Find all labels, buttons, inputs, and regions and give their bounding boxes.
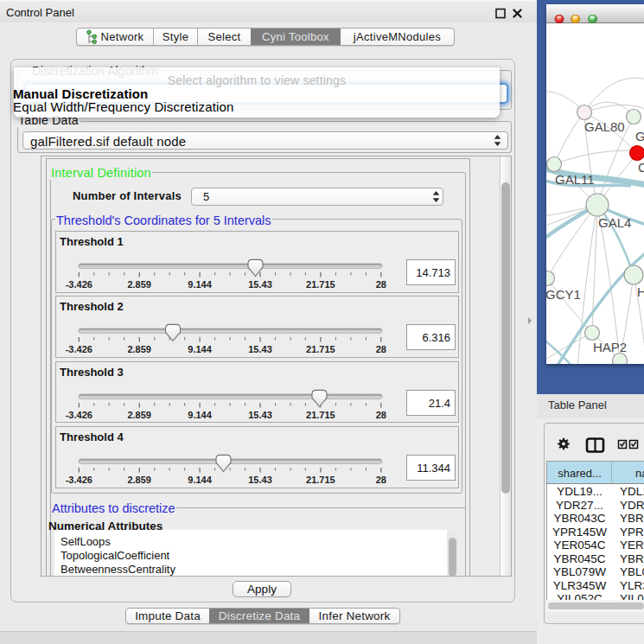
- svg-text:HAP2: HAP2: [593, 340, 627, 354]
- svg-text:GAL11: GAL11: [555, 172, 595, 187]
- svg-text:GAL4: GAL4: [598, 215, 631, 230]
- svg-text:CD: CD: [638, 160, 644, 175]
- svg-text:GAL80: GAL80: [584, 119, 625, 134]
- svg-text:GCY1: GCY1: [546, 287, 581, 302]
- svg-text:GA: GA: [635, 129, 644, 143]
- svg-text:HI: HI: [637, 284, 644, 299]
